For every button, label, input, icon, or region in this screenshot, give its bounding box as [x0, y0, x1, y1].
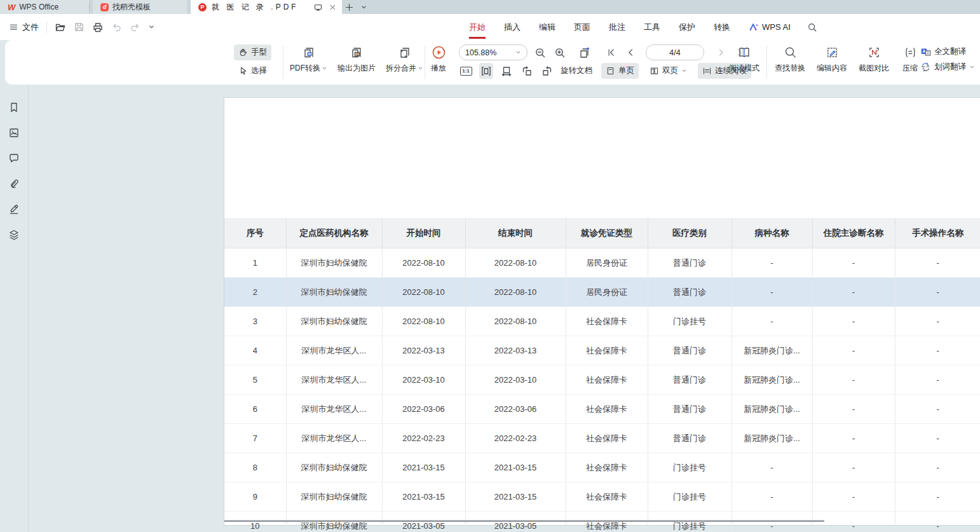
signature-pen-icon[interactable] — [8, 203, 20, 215]
table-cell: 2022-08-10 — [465, 278, 566, 307]
pdf-page: 序号定点医药机构名称开始时间结束时间就诊凭证类型医疗类别病种名称住院主诊断名称手… — [224, 97, 980, 526]
wps-ai-logo-icon — [749, 22, 759, 32]
search-icon[interactable] — [807, 22, 817, 32]
full-translate-button[interactable]: A文 全文翻译 — [920, 46, 975, 57]
layers-icon[interactable] — [8, 229, 20, 240]
menu-tab-edit[interactable]: 编辑 — [539, 22, 555, 33]
first-page-button[interactable] — [604, 44, 618, 60]
svg-text:文: 文 — [926, 51, 930, 55]
tab-docer-label: 找稻壳模板 — [112, 2, 151, 13]
page-number-input[interactable]: 4/4 — [646, 44, 704, 60]
zoom-level-select[interactable]: 105.88% — [459, 44, 527, 60]
rotate-right-button[interactable] — [540, 63, 554, 79]
rotate-left-button[interactable] — [520, 63, 534, 79]
pdf-file-icon: P — [198, 3, 207, 11]
zoom-out-button[interactable] — [533, 44, 547, 60]
table-cell: 深圳市妇幼保健院 — [286, 482, 382, 512]
table-cell: - — [895, 365, 980, 395]
play-slideshow-button[interactable]: 播放 — [431, 44, 446, 74]
screenshot-compare-icon — [868, 46, 881, 59]
actual-size-button[interactable]: 1:1 — [459, 63, 473, 79]
next-page-button[interactable] — [714, 44, 728, 60]
continuous-read-icon — [702, 66, 712, 76]
word-translate-icon: 字A — [920, 62, 931, 72]
read-mode-button[interactable]: 阅读模式 — [726, 44, 762, 74]
menu-tab-insert[interactable]: 插入 — [504, 22, 521, 33]
open-folder-icon[interactable] — [55, 22, 66, 33]
table-cell: 8 — [224, 453, 286, 482]
docer-icon: d — [100, 3, 109, 11]
play-icon — [432, 45, 446, 60]
screenshot-compare-button[interactable]: 截图对比 — [855, 44, 892, 74]
compress-button[interactable]: 压缩 — [897, 44, 923, 74]
zoom-in-button[interactable] — [553, 44, 567, 60]
new-tab-plus-icon[interactable] — [344, 3, 354, 12]
attachment-paperclip-icon[interactable] — [8, 178, 20, 189]
table-cell: 社会保障卡 — [566, 482, 648, 512]
table-cell: - — [812, 249, 895, 278]
table-row: 2深圳市妇幼保健院2022-08-102022-08-10居民身份证普通门诊--… — [224, 278, 980, 307]
single-page-button[interactable]: 单页 — [601, 63, 639, 79]
table-row: 1深圳市妇幼保健院2022-08-102022-08-10居民身份证普通门诊--… — [224, 249, 980, 278]
table-cell: 6 — [224, 395, 286, 424]
previous-page-button[interactable] — [623, 44, 637, 60]
table-cell: 门诊挂号 — [648, 307, 732, 336]
table-row: 4深圳市龙华区人...2022-03-132022-03-13社会保障卡普通门诊… — [224, 336, 980, 365]
table-cell: 新冠肺炎门诊... — [732, 395, 812, 424]
tab-wps-home[interactable]: W WPS Office — [0, 0, 89, 14]
comment-icon[interactable] — [8, 153, 20, 164]
pdf-convert-button[interactable]: W PDF转换 — [290, 44, 327, 74]
close-tab-icon[interactable] — [329, 3, 337, 11]
table-cell: 深圳市龙华区人... — [286, 336, 382, 365]
word-translate-button[interactable]: 字A 划词翻译 — [920, 62, 975, 72]
table-cell: - — [812, 278, 895, 307]
menu-tab-page[interactable]: 页面 — [574, 22, 590, 33]
share-screen-icon[interactable] — [313, 3, 323, 12]
more-actions-chevron-icon[interactable] — [148, 24, 155, 31]
chevron-down-icon — [418, 65, 423, 71]
edit-content-button[interactable]: 编辑内容 — [813, 44, 850, 74]
menu-tab-protect[interactable]: 保护 — [679, 22, 695, 33]
double-page-button[interactable]: 双页 — [645, 63, 691, 79]
table-cell: 门诊挂号 — [648, 453, 732, 482]
menu-tab-home[interactable]: 开始 — [469, 22, 486, 33]
fit-width-button[interactable] — [500, 63, 514, 79]
tab-document-pdf[interactable]: P 就 医 记 录 .PDF — [191, 0, 342, 14]
rotate-document-label[interactable]: 旋转文档 — [561, 65, 592, 76]
split-merge-button[interactable]: 拆分合并 — [386, 44, 423, 74]
pdf-convert-icon: W — [302, 46, 316, 60]
file-menu-button[interactable]: 文件 — [9, 22, 39, 33]
thumbnail-image-icon[interactable] — [8, 127, 20, 139]
tab-docer-templates[interactable]: d 找稻壳模板 — [93, 0, 187, 14]
tab-document-label: 就 医 记 录 .PDF — [212, 2, 299, 13]
medical-records-table: 序号定点医药机构名称开始时间结束时间就诊凭证类型医疗类别病种名称住院主诊断名称手… — [224, 218, 980, 532]
svg-text:A: A — [922, 49, 925, 53]
table-cell: 居民身份证 — [566, 278, 648, 307]
table-cell: 深圳市妇幼保健院 — [286, 249, 382, 278]
select-tool-button[interactable]: 选择 — [234, 63, 271, 79]
undo-icon[interactable] — [111, 22, 122, 32]
export-as-image-button[interactable]: 输出为图片 — [337, 44, 376, 74]
table-cell: 9 — [224, 482, 286, 512]
find-replace-button[interactable]: 查找替换 — [772, 44, 808, 74]
page-rearrange-icon[interactable] — [578, 44, 592, 60]
menu-tab-convert[interactable]: 转换 — [714, 22, 730, 33]
redo-icon[interactable] — [130, 22, 140, 32]
wps-ai-button[interactable]: WPS AI — [749, 22, 791, 32]
double-page-icon — [650, 66, 659, 76]
hand-tool-button[interactable]: 手型 — [234, 44, 271, 60]
menu-tab-comment[interactable]: 批注 — [609, 22, 625, 33]
table-cell: - — [895, 395, 980, 424]
bookmark-icon[interactable] — [8, 102, 20, 113]
table-cell: - — [895, 307, 980, 336]
table-cell: 社会保障卡 — [566, 336, 648, 365]
fit-page-button[interactable] — [479, 63, 493, 79]
menu-items: 开始 插入 编辑 页面 批注 工具 保护 转换 WPS AI — [469, 14, 817, 40]
table-cell: 社会保障卡 — [566, 424, 648, 453]
menu-tab-tools[interactable]: 工具 — [644, 22, 660, 33]
table-cell: 2022-08-10 — [382, 249, 465, 278]
print-icon[interactable] — [92, 22, 104, 33]
save-icon[interactable] — [74, 22, 85, 32]
tab-list-chevron-icon[interactable] — [360, 4, 367, 11]
table-cell: 深圳市妇幼保健院 — [286, 278, 382, 307]
